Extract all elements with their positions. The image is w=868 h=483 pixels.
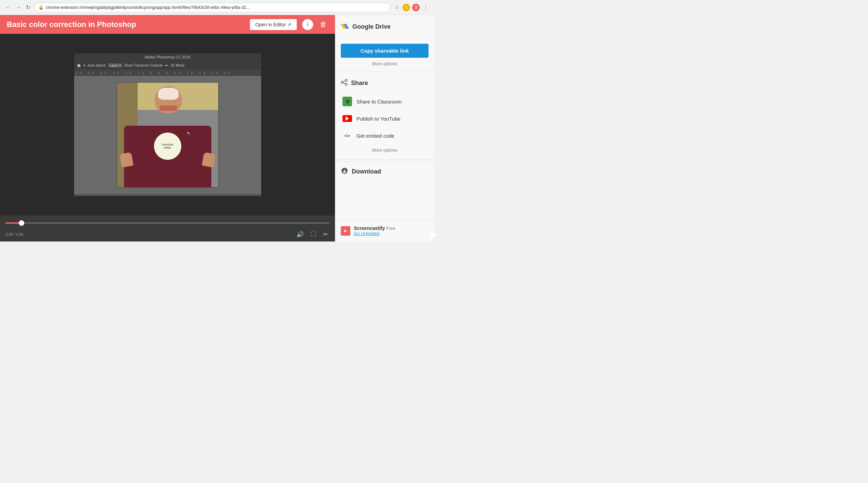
gdrive-more-options-link[interactable]: More options [341,61,429,66]
info-icon: i [307,22,308,28]
svg-point-4 [345,79,347,81]
ps-canvas: CHOOSEKIND ↖ [116,82,219,188]
google-drive-section: Google Drive [335,15,434,37]
gdrive-svg [341,22,349,29]
open-editor-button[interactable]: Open in Editor ↗ [250,19,297,30]
lock-icon: 🔒 [38,5,44,10]
svg-point-6 [345,83,347,85]
shirt-logo: CHOOSEKIND [154,133,181,160]
menu-button[interactable]: ⋮ [422,3,430,12]
go-unlimited-link[interactable]: Go Unlimited [354,231,395,236]
play-icon: ▶ [431,230,434,239]
ps-canvas-area: CHOOSEKIND ↖ [74,76,261,194]
bookmark-button[interactable]: ☆ [393,3,401,12]
time-display: 0:00 / 3:30 [5,232,23,236]
plan-label: Free [386,226,395,231]
back-button[interactable]: ← [4,3,12,12]
progress-thumb[interactable] [19,220,24,226]
cursor-indicator: ↖ [187,130,191,136]
smile [160,106,177,111]
brand-text: Screencastify Free Go Unlimited [354,225,395,236]
forward-button[interactable]: → [14,3,23,12]
person-head [155,86,182,113]
classroom-icon: 🎓 [342,96,352,107]
trash-icon: 🗑 [320,20,327,28]
more-button[interactable]: 3 [412,4,420,11]
ps-topbar: Adobe Photoshop CC 2019 [74,53,261,61]
ps-toolbar: 🏠 ✛ Auto-Select: Layer ▾ Show Transform … [74,61,261,70]
ps-auto-select: Auto-Select: [88,64,106,67]
download-title: Download [352,168,381,175]
progress-track[interactable] [5,222,330,224]
gdrive-title: Google Drive [352,23,391,30]
page-title: Basic color correction in Photoshop [7,20,244,29]
share-embed-item[interactable]: <> Get embed code [341,127,429,144]
right-sidebar: Google Drive Copy shareable link More op… [335,15,434,242]
url-text: chrome-extension://mmeijimgabbpbgpdklnll… [46,5,387,10]
embed-icon: <> [342,130,352,141]
svg-line-8 [343,83,346,84]
play-btn-wrapper: ▶ [427,227,434,241]
controls-right: 🔊 ⛶ ✂ [295,229,330,239]
thumb-left [119,152,133,167]
address-bar[interactable]: 🔒 chrome-extension://mmeijimgabbpbgpdkln… [34,3,390,12]
youtube-icon [342,113,352,124]
sidebar-footer: ▶ Screencastify Free Go Unlimited [335,220,434,242]
scissors-button[interactable]: ✂ [322,229,330,239]
google-drive-icon [341,22,349,31]
ps-tool1: 🏠 [77,64,81,67]
share-classroom-item[interactable]: 🎓 Share to Classroom [341,93,429,110]
share-section-title: Share [351,80,368,87]
video-panel: Basic color correction in Photoshop Open… [0,15,335,242]
download-icon [341,167,348,176]
svg-line-7 [343,81,346,82]
video-frame: Adobe Photoshop CC 2019 🏠 ✛ Auto-Select:… [74,53,262,196]
shirt-area: CHOOSEKIND [124,126,211,187]
yt-play-triangle [346,116,349,121]
share-more-options-link[interactable]: More options [341,148,429,153]
copy-link-button[interactable]: Copy shareable link [341,44,429,58]
ps-transform: Show Transform Controls [124,64,163,67]
share-section: Share 🎓 Share to Classroom Publish [335,73,434,158]
share-icon [341,79,348,87]
extensions-button[interactable]: G [403,4,410,11]
share-youtube-item[interactable]: Publish to YouTube [341,110,429,127]
volume-button[interactable]: 🔊 [295,229,305,239]
video-controls: 0:00 / 3:30 ▶ 🔊 ⛶ ✂ [0,216,335,242]
download-header: Download [341,167,429,176]
thumb-right [201,152,215,167]
ps-layer-select: Layer ▾ [108,63,122,68]
volume-icon: 🔊 [296,231,304,238]
browser-actions: ☆ G 3 ⋮ [393,3,430,12]
ps-tool2: ✛ [83,64,86,67]
open-editor-label: Open in Editor ↗ [255,22,291,27]
fullscreen-button[interactable]: ⛶ [309,230,318,239]
person-head-area [141,86,196,127]
divider-1 [335,72,434,72]
app-header: Basic color correction in Photoshop Open… [0,15,335,34]
info-button[interactable]: i [302,19,313,30]
screencastify-logo: ▶ [341,226,350,236]
embed-label: Get embed code [356,133,394,139]
controls-left: 0:00 / 3:30 [5,232,23,236]
browser-controls: ← → ↻ [4,3,32,12]
ps-more: ••• [165,64,169,67]
browser-chrome: ← → ↻ 🔒 chrome-extension://mmeijimgabbpb… [0,0,434,15]
youtube-label: Publish to YouTube [356,116,401,122]
app-container: Basic color correction in Photoshop Open… [0,15,434,242]
share-header: Share [341,79,429,87]
ps-ruler: 35 30 25 20 15 10 5 0 5 10 15 20 25 30 [74,70,261,76]
progress-bar-container[interactable] [0,220,335,229]
ps-title: Adobe Photoshop CC 2019 [145,55,191,59]
classroom-label: Share to Classroom [356,99,402,105]
gdrive-header: Google Drive [341,22,429,31]
delete-button[interactable]: 🗑 [319,19,328,30]
refresh-button[interactable]: ↻ [25,3,32,12]
play-button[interactable]: ▶ [427,227,434,241]
download-section: Download [335,161,434,187]
divider-2 [335,160,434,160]
brand-name: Screencastify [354,225,385,231]
svg-point-5 [341,81,343,83]
fullscreen-icon: ⛶ [311,231,316,237]
ps-3d: 3D Mode: [170,64,185,67]
